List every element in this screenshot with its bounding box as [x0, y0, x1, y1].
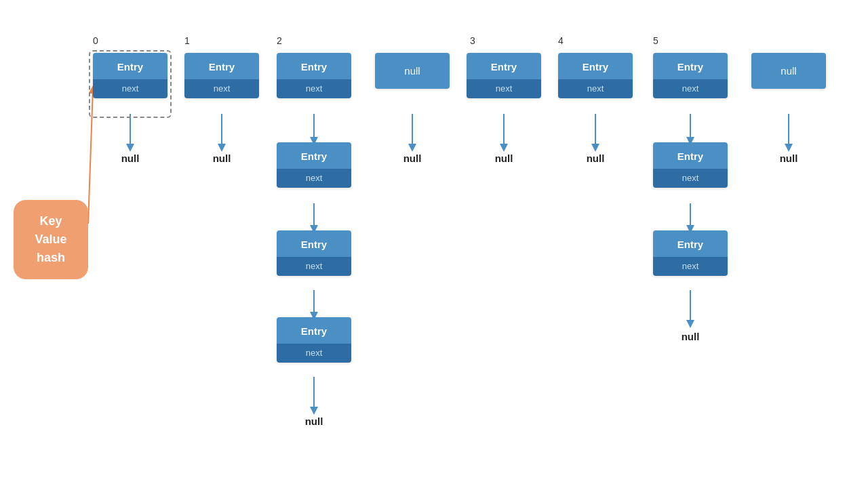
entry-next-5-0: next — [558, 79, 633, 98]
entry-top-2-1: Entry — [277, 142, 351, 169]
svg-line-13 — [88, 88, 93, 224]
key-label: Key — [39, 214, 62, 228]
null-top-last: null — [751, 53, 826, 89]
entry-top-2-3: Entry — [277, 317, 351, 344]
entry-top-2-2: Entry — [277, 230, 351, 257]
entry-top-1-0: Entry — [184, 53, 259, 79]
entry-next-2-0: next — [277, 79, 351, 98]
entry-top-6-2: Entry — [653, 230, 728, 257]
entry-block-2-0: Entry next — [277, 53, 351, 98]
null-top-3: null — [375, 53, 450, 89]
null-block-last: null — [751, 53, 826, 89]
entry-next-2-2: next — [277, 257, 351, 276]
index-label-5: 5 — [653, 35, 658, 46]
entry-next-6-0: next — [653, 79, 728, 98]
index-label-0: 0 — [93, 35, 98, 46]
entry-block-6-0: Entry next — [653, 53, 728, 98]
entry-block-2-1: Entry next — [277, 142, 351, 188]
entry-top-6-1: Entry — [653, 142, 728, 169]
entry-next-6-1: next — [653, 169, 728, 188]
null-0-1: null — [110, 152, 151, 164]
null-2-4: null — [294, 415, 334, 427]
null-3-1: null — [392, 152, 433, 164]
null-4-1: null — [484, 152, 524, 164]
index-label-2: 2 — [277, 35, 282, 46]
entry-next-1-0: next — [184, 79, 259, 98]
entry-block-2-2: Entry next — [277, 230, 351, 276]
entry-block-6-2: Entry next — [653, 230, 728, 276]
null-block-3: null — [375, 53, 450, 89]
entry-block-5-0: Entry next — [558, 53, 633, 98]
null-1-1: null — [201, 152, 242, 164]
entry-next-2-1: next — [277, 169, 351, 188]
entry-block-2-3: Entry next — [277, 317, 351, 363]
hash-label: hash — [37, 251, 65, 264]
entry-top-2-0: Entry — [277, 53, 351, 79]
entry-top-6-0: Entry — [653, 53, 728, 79]
entry-top-4-0: Entry — [467, 53, 541, 79]
null-last-1: null — [768, 152, 809, 164]
value-label: Value — [35, 232, 66, 246]
index-label-4: 4 — [558, 35, 564, 46]
diagram: 0 1 2 3 4 5 Entry next Entry next Entry … — [0, 0, 868, 488]
entry-next-2-3: next — [277, 344, 351, 363]
entry-block-4-0: Entry next — [467, 53, 541, 98]
index-label-1: 1 — [184, 35, 190, 46]
index-label-3: 3 — [470, 35, 475, 46]
entry-next-6-2: next — [653, 257, 728, 276]
null-5-1: null — [575, 152, 616, 164]
entry-block-1-0: Entry next — [184, 53, 259, 98]
key-value-hash-box: Key Value hash — [14, 200, 88, 279]
entry-block-0-0: Entry next — [93, 53, 167, 98]
entry-next-0-0: next — [93, 79, 167, 98]
entry-top-0-0: Entry — [93, 53, 167, 79]
null-6-3: null — [670, 331, 711, 342]
entry-block-6-1: Entry next — [653, 142, 728, 188]
entry-top-5-0: Entry — [558, 53, 633, 79]
entry-next-4-0: next — [467, 79, 541, 98]
